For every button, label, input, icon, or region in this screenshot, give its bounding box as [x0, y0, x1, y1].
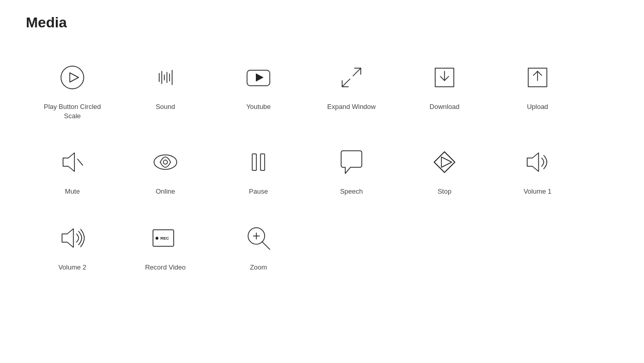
volume-1-icon [522, 147, 553, 178]
svg-marker-26 [62, 229, 73, 247]
speech-icon [336, 147, 367, 178]
icon-label-speech: Speech [340, 187, 363, 196]
icon-cell-upload[interactable]: Upload [491, 46, 584, 131]
icon-label-mute: Mute [65, 187, 80, 196]
icon-cell-expand-window[interactable]: Expand Window [305, 46, 398, 131]
play-button-circled-scale-icon [57, 62, 88, 93]
icon-label-pause: Pause [249, 187, 268, 196]
volume-2-icon [57, 223, 88, 254]
icon-cell-download[interactable]: Download [398, 46, 491, 131]
icon-cell-volume-1[interactable]: Volume 1 [491, 131, 584, 207]
icon-label-download: Download [430, 102, 459, 112]
icon-label-stop: Stop [438, 187, 452, 196]
icon-cell-zoom[interactable]: Zoom [212, 207, 305, 282]
record-video-icon: ⏺ REC [150, 223, 181, 254]
icon-cell-play-button-circled-scale[interactable]: Play Button CircledScale [26, 46, 119, 131]
svg-marker-16 [63, 153, 74, 171]
mute-icon [57, 147, 88, 178]
svg-marker-9 [256, 73, 264, 82]
svg-marker-24 [441, 157, 452, 167]
icon-label-online: Online [156, 187, 175, 196]
upload-icon [522, 62, 553, 93]
svg-point-0 [61, 66, 84, 89]
icon-cell-record-video[interactable]: ⏺ REC Record Video [119, 207, 212, 282]
svg-line-11 [342, 79, 350, 87]
svg-rect-20 [252, 154, 256, 170]
svg-point-18 [163, 160, 167, 164]
svg-line-10 [353, 68, 361, 76]
icon-label-zoom: Zoom [250, 263, 267, 272]
svg-line-17 [78, 159, 83, 165]
online-icon [150, 147, 181, 178]
icon-cell-online[interactable]: Online [119, 131, 212, 207]
icon-label-volume-2: Volume 2 [58, 263, 86, 272]
icon-cell-stop[interactable]: Stop [398, 131, 491, 207]
expand-window-icon [336, 62, 367, 93]
svg-line-30 [262, 242, 270, 249]
icon-label-volume-1: Volume 1 [524, 187, 551, 196]
icon-label-youtube: Youtube [246, 102, 270, 112]
icon-label-sound: Sound [156, 102, 175, 112]
icon-label-expand-window: Expand Window [327, 102, 376, 112]
zoom-icon [243, 223, 274, 254]
stop-icon [429, 147, 460, 178]
icon-label-play-button-circled-scale: Play Button CircledScale [44, 102, 101, 121]
icon-cell-pause[interactable]: Pause [212, 131, 305, 207]
youtube-icon [243, 62, 274, 93]
icon-cell-speech[interactable]: Speech [305, 131, 398, 207]
page-title: Media [0, 0, 644, 36]
icon-cell-mute[interactable]: Mute [26, 131, 119, 207]
icon-cell-youtube[interactable]: Youtube [212, 46, 305, 131]
svg-rect-21 [260, 154, 265, 170]
pause-icon [243, 147, 274, 178]
sound-icon [150, 62, 181, 93]
icon-label-upload: Upload [527, 102, 548, 112]
download-icon [429, 62, 460, 93]
svg-marker-1 [70, 73, 79, 82]
icon-cell-volume-2[interactable]: Volume 2 [26, 207, 119, 282]
icon-grid: Play Button CircledScale Sound Youtube [0, 36, 644, 293]
svg-text:⏺ REC: ⏺ REC [155, 236, 169, 241]
icon-cell-sound[interactable]: Sound [119, 46, 212, 131]
svg-marker-25 [527, 153, 539, 171]
icon-label-record-video: Record Video [145, 263, 186, 272]
